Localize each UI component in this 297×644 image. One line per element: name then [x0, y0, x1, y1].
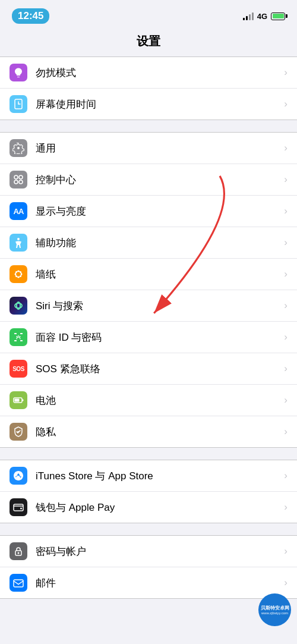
svg-point-5 [19, 175, 23, 179]
svg-point-17 [15, 275, 17, 277]
display-label: 显示与亮度 [36, 205, 279, 218]
settings-item-passwords[interactable]: 密码与帐户 › [0, 536, 297, 567]
svg-rect-31 [14, 504, 23, 511]
accessibility-chevron: › [284, 237, 287, 249]
focus-mode-chevron: › [284, 67, 287, 78]
control-center-icon [10, 171, 27, 189]
settings-section-1: 勿扰模式 › 屏幕使用时间 › [0, 56, 297, 120]
wallpaper-label: 墙纸 [36, 268, 279, 281]
svg-point-34 [18, 552, 20, 554]
svg-point-14 [15, 271, 17, 273]
wallpaper-icon [10, 265, 27, 283]
sos-chevron: › [284, 363, 287, 375]
network-type: 4G [257, 12, 267, 21]
display-icon: AA [10, 202, 27, 220]
svg-rect-23 [20, 340, 23, 341]
settings-item-display[interactable]: AA 显示与亮度 › [0, 196, 297, 227]
svg-rect-35 [14, 580, 23, 587]
privacy-label: 隐私 [36, 425, 279, 439]
accessibility-icon [10, 234, 27, 252]
wallet-label: 钱包与 Apple Pay [36, 501, 279, 514]
face-id-icon [10, 328, 27, 346]
itunes-appstore-chevron: › [284, 470, 287, 482]
settings-item-privacy[interactable]: 隐私 › [0, 416, 297, 447]
settings-item-mail[interactable]: 邮件 › [0, 567, 297, 598]
control-center-label: 控制中心 [36, 173, 279, 187]
general-label: 通用 [36, 142, 279, 155]
privacy-icon [10, 423, 27, 441]
settings-section-3: iTunes Store 与 App Store › 钱包与 Apple Pay… [0, 460, 297, 523]
page-title: 设置 [0, 29, 297, 56]
svg-rect-21 [20, 333, 23, 334]
settings-item-focus-mode[interactable]: 勿扰模式 › [0, 57, 297, 89]
sos-label: SOS 紧急联络 [36, 362, 279, 376]
svg-point-24 [17, 336, 18, 337]
svg-point-10 [18, 271, 20, 272]
svg-point-12 [15, 274, 17, 275]
wallpaper-chevron: › [284, 268, 287, 280]
wallet-chevron: › [284, 501, 287, 513]
passwords-icon [10, 542, 27, 560]
signal-icon [243, 12, 254, 20]
display-chevron: › [284, 205, 287, 217]
status-bar: 12:45 4G [0, 0, 297, 29]
passwords-chevron: › [284, 545, 287, 557]
svg-point-15 [20, 275, 21, 277]
general-icon [10, 139, 27, 157]
passwords-label: 密码与帐户 [36, 545, 279, 558]
siri-chevron: › [284, 300, 287, 312]
mail-label: 邮件 [36, 576, 279, 590]
settings-item-battery[interactable]: 电池 › [0, 385, 297, 416]
svg-point-3 [17, 147, 20, 149]
svg-point-11 [18, 277, 20, 278]
svg-rect-28 [22, 400, 24, 401]
face-id-label: 面容 ID 与密码 [36, 331, 279, 344]
svg-point-18 [15, 303, 22, 308]
watermark: 贝斯特安卓网 www.zjbstyy.com [258, 593, 291, 626]
svg-rect-22 [14, 340, 17, 341]
privacy-chevron: › [284, 426, 287, 438]
svg-point-8 [17, 238, 20, 240]
svg-point-13 [21, 274, 23, 275]
screen-time-chevron: › [284, 98, 287, 110]
svg-point-32 [20, 508, 22, 510]
settings-item-screen-time[interactable]: 屏幕使用时间 › [0, 89, 297, 120]
settings-item-sos[interactable]: SOS SOS 紧急联络 › [0, 353, 297, 385]
mail-icon [10, 574, 27, 592]
general-chevron: › [284, 142, 287, 154]
face-id-chevron: › [284, 331, 287, 343]
sos-icon: SOS [10, 360, 27, 378]
battery-label: 电池 [36, 394, 279, 407]
svg-rect-29 [15, 399, 20, 402]
wallet-icon [10, 498, 27, 516]
settings-item-accessibility[interactable]: 辅助功能 › [0, 227, 297, 259]
screen-time-icon [10, 95, 27, 113]
settings-item-face-id[interactable]: 面容 ID 与密码 › [0, 322, 297, 353]
settings-section-2: 通用 › 控制中心 › AA 显示与亮度 › [0, 132, 297, 448]
time-display: 12:45 [12, 8, 49, 24]
focus-mode-label: 勿扰模式 [36, 66, 279, 80]
settings-item-itunes-appstore[interactable]: iTunes Store 与 App Store › [0, 460, 297, 492]
control-center-chevron: › [284, 174, 287, 186]
battery-settings-icon [10, 391, 27, 409]
settings-section-4: 密码与帐户 › 邮件 › [0, 535, 297, 599]
mail-chevron: › [284, 577, 287, 589]
svg-point-16 [20, 271, 21, 273]
itunes-appstore-label: iTunes Store 与 App Store [36, 469, 279, 483]
settings-item-siri[interactable]: Siri 与搜索 › [0, 290, 297, 322]
settings-item-wallet[interactable]: 钱包与 Apple Pay › [0, 492, 297, 523]
settings-item-wallpaper[interactable]: 墙纸 › [0, 259, 297, 290]
siri-icon [10, 297, 27, 315]
screen-time-label: 屏幕使用时间 [36, 98, 279, 111]
focus-mode-icon [10, 64, 27, 81]
siri-label: Siri 与搜索 [36, 299, 279, 313]
svg-point-7 [19, 180, 23, 184]
svg-point-25 [20, 336, 21, 337]
settings-item-control-center[interactable]: 控制中心 › [0, 164, 297, 196]
settings-item-general[interactable]: 通用 › [0, 133, 297, 164]
battery-icon [271, 12, 285, 20]
svg-point-4 [14, 175, 18, 179]
accessibility-label: 辅助功能 [36, 236, 279, 250]
status-right: 4G [243, 12, 285, 21]
appstore-icon [10, 467, 27, 485]
